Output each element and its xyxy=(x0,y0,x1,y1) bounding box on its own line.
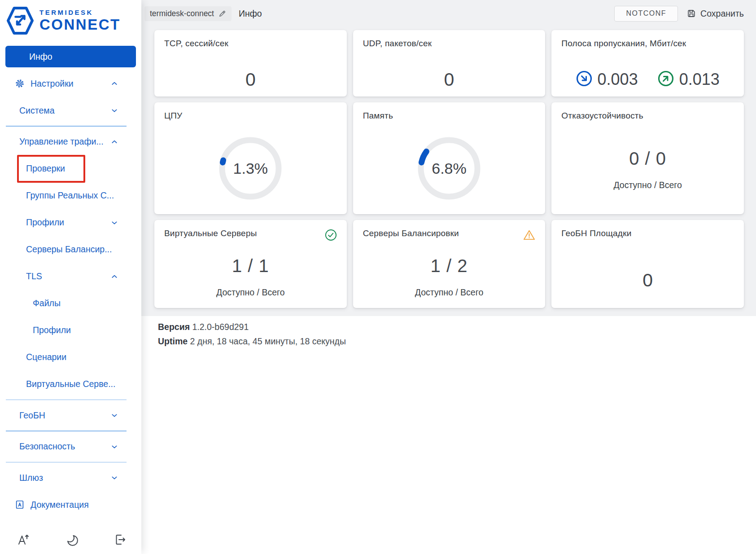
sidebar-item-real-server-groups[interactable]: Группы Реальных С... xyxy=(0,182,141,209)
card-value: 1 / 2 xyxy=(431,256,468,276)
save-label: Сохранить xyxy=(700,9,744,19)
sidebar-item-balancing-servers[interactable]: Серверы Балансир... xyxy=(0,236,141,263)
gear-icon xyxy=(15,79,25,88)
brand-name: TERMIDESK xyxy=(39,9,121,16)
card-failover: Отказоустойчивость0 / 0Доступно / Всего xyxy=(551,102,744,214)
uptime-line: Uptime 2 дня, 18 часа, 45 минуты, 18 сек… xyxy=(158,334,346,348)
pencil-icon xyxy=(218,10,226,18)
card-title: ЦПУ xyxy=(164,110,182,122)
sidebar-item-settings[interactable]: Настройки xyxy=(0,70,141,97)
sidebar-item-profiles[interactable]: Профили xyxy=(0,209,141,236)
chevron-down-icon xyxy=(111,474,118,481)
sidebar-divider xyxy=(6,431,127,431)
system-info: Версия 1.2.0-b69d291 Uptime 2 дня, 18 ча… xyxy=(158,320,346,348)
sidebar-item-system[interactable]: Система xyxy=(0,97,141,124)
floppy-icon xyxy=(686,9,696,18)
logout-icon[interactable] xyxy=(113,532,127,549)
sidebar-item-security[interactable]: Безопасность xyxy=(0,433,141,460)
card-cpu: ЦПУ 1.3% xyxy=(154,102,347,214)
card-tcp-sessions: TCP, сессий/сек0 xyxy=(154,30,347,97)
card-title: ГеоБН Площадки xyxy=(561,228,631,239)
card-value: 0 / 0 xyxy=(629,149,666,169)
card-value: 1 / 1 xyxy=(232,256,269,276)
card-udp-packets: UDP, пакетов/сек0 xyxy=(353,30,546,97)
card-value: 0 xyxy=(245,69,256,90)
card-memory: Память 6.8% xyxy=(353,102,546,214)
sidebar-item-tls-files[interactable]: Файлы xyxy=(0,290,141,317)
chevron-down-icon xyxy=(111,443,118,450)
card-sublabel: Доступно / Всего xyxy=(415,287,483,298)
card-title: Память xyxy=(363,110,393,122)
chevron-down-icon xyxy=(111,412,118,419)
sidebar-divider xyxy=(6,400,127,400)
card-title: TCP, сессий/сек xyxy=(164,38,228,49)
hexagon-logo-icon xyxy=(5,6,35,35)
arrow-down-right-circle-icon xyxy=(576,70,592,88)
card-geobn-sites: ГеоБН Площадки0 xyxy=(551,220,744,308)
card-bandwidth: Полоса пропускания, Мбит/сек 0.003 0.013 xyxy=(551,30,744,97)
instance-name-chip[interactable]: termidesk-connect xyxy=(144,6,232,21)
sidebar-item-tls[interactable]: TLS xyxy=(0,263,141,290)
sidebar-item-scenarios[interactable]: Сценарии xyxy=(0,344,141,371)
card-title: Виртуальные Серверы xyxy=(164,228,257,239)
topbar: termidesk-connect Инфо NOTCONF Сохранить xyxy=(144,5,744,22)
chevron-up-icon xyxy=(111,80,118,87)
donut-gauge: 6.8% xyxy=(418,137,481,200)
card-title: UDP, пакетов/сек xyxy=(363,38,432,49)
sidebar-divider xyxy=(6,462,127,463)
card-value: 0 xyxy=(444,69,454,90)
dark-mode-icon[interactable] xyxy=(65,532,79,549)
notconf-button[interactable]: NOTCONF xyxy=(614,6,678,22)
download-rate: 0.003 xyxy=(576,70,638,89)
card-balancing-servers: Серверы Балансировки1 / 2Доступно / Всег… xyxy=(353,220,546,308)
chevron-down-icon xyxy=(111,219,118,226)
sidebar-item-info[interactable]: Инфо xyxy=(5,46,136,67)
sidebar-divider xyxy=(6,126,127,127)
card-sublabel: Доступно / Всего xyxy=(216,287,284,298)
gauge-percent: 1.3% xyxy=(219,137,282,200)
chevron-up-icon xyxy=(111,138,118,145)
check-circle-icon xyxy=(325,228,337,243)
instance-name: termidesk-connect xyxy=(150,9,214,18)
donut-gauge: 1.3% xyxy=(219,137,282,200)
version-line: Версия 1.2.0-b69d291 xyxy=(158,320,346,334)
font-size-icon[interactable] xyxy=(16,532,31,549)
sidebar: TERMIDESK CONNECT ИнфоНастройкиСистемаУп… xyxy=(0,0,141,554)
card-title: Серверы Балансировки xyxy=(363,228,459,239)
sidebar-item-tls-profiles[interactable]: Профили xyxy=(0,317,141,344)
upload-rate: 0.013 xyxy=(658,70,720,89)
card-virtual-servers: Виртуальные Серверы1 / 1Доступно / Всего xyxy=(154,220,347,308)
sidebar-item-documentation[interactable]: Документация xyxy=(0,491,141,518)
arrow-up-right-circle-icon xyxy=(658,70,674,88)
card-sublabel: Доступно / Всего xyxy=(613,180,682,190)
chevron-down-icon xyxy=(111,107,118,114)
brand-product: CONNECT xyxy=(39,16,121,33)
card-value: 0 xyxy=(642,270,653,291)
sidebar-item-geobn[interactable]: ГеоБН xyxy=(0,402,141,429)
sidebar-item-gateway[interactable]: Шлюз xyxy=(0,464,141,491)
doc-icon xyxy=(15,500,25,510)
sidebar-item-virtual-servers[interactable]: Виртуальные Серве... xyxy=(0,371,141,398)
page-title: Инфо xyxy=(239,9,262,19)
card-title: Отказоустойчивость xyxy=(561,110,643,122)
gauge-percent: 6.8% xyxy=(418,137,481,200)
chevron-up-icon xyxy=(111,273,118,280)
sidebar-item-traffic-management[interactable]: Управление трафи... xyxy=(0,128,141,155)
sidebar-item-checks[interactable]: Проверки xyxy=(0,155,141,182)
brand-logo: TERMIDESK CONNECT xyxy=(0,0,141,35)
save-button[interactable]: Сохранить xyxy=(686,9,744,19)
card-title: Полоса пропускания, Мбит/сек xyxy=(561,38,686,49)
warning-triangle-icon xyxy=(523,228,535,243)
